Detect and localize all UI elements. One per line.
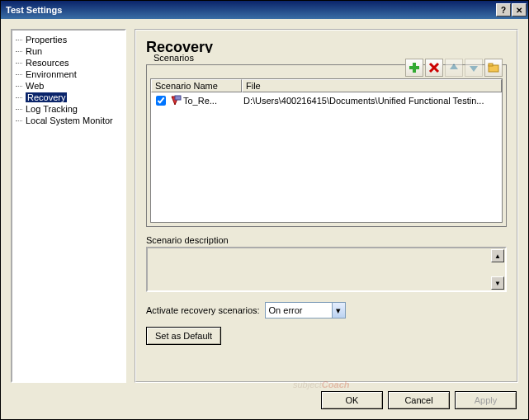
apply-button[interactable]: Apply [455, 391, 517, 409]
settings-window: Test Settings ? ✕ Properties Run Resourc… [0, 0, 529, 420]
set-default-row: Set as Default [146, 327, 507, 345]
add-scenario-button[interactable] [405, 59, 423, 77]
svg-rect-9 [175, 96, 181, 100]
ok-button[interactable]: OK [321, 391, 383, 409]
cell-file: D:\Users\400216415\Documents\Unified Fun… [243, 96, 500, 106]
properties-button[interactable] [484, 59, 503, 77]
scenarios-grid: Scenario Name File To_Re... D:\Users\400… [150, 78, 503, 223]
move-down-button[interactable] [465, 59, 483, 77]
scenarios-toolbar: Scenarios [150, 59, 503, 77]
set-default-button[interactable]: Set as Default [146, 327, 221, 345]
close-button[interactable]: ✕ [512, 3, 527, 17]
svg-marker-4 [450, 64, 458, 69]
activate-row: Activate recovery scenarios: On error ▾ [146, 302, 507, 319]
content-panel: Recovery Scenarios [135, 29, 518, 383]
activate-label: Activate recovery scenarios: [146, 305, 260, 315]
nav-tree: Properties Run Resources Environment Web… [11, 29, 126, 383]
arrow-up-icon [448, 62, 460, 73]
svg-rect-7 [489, 64, 493, 66]
tree-item-properties[interactable]: Properties [14, 34, 123, 45]
tree-item-web[interactable]: Web [14, 80, 123, 92]
grid-header: Scenario Name File [151, 79, 502, 92]
row-name-text: To_Re... [183, 96, 217, 106]
titlebar-buttons: ? ✕ [496, 3, 527, 17]
window-title: Test Settings [6, 5, 496, 15]
scenarios-group: Scenarios [146, 64, 507, 227]
activate-combo[interactable]: On error ▾ [265, 302, 346, 319]
scenarios-label: Scenarios [152, 53, 405, 63]
x-icon [428, 62, 440, 73]
cell-name: To_Re... [153, 93, 243, 108]
help-button[interactable]: ? [496, 3, 511, 17]
remove-scenario-button[interactable] [425, 59, 443, 77]
col-file[interactable]: File [242, 79, 502, 92]
col-scenario-name[interactable]: Scenario Name [151, 79, 242, 92]
chevron-down-icon: ▾ [332, 303, 345, 318]
recovery-scenario-icon [170, 95, 182, 106]
description-label: Scenario description [146, 235, 507, 245]
activate-value: On error [266, 305, 332, 315]
dialog-footer: OK Cancel Apply [1, 386, 528, 419]
svg-rect-1 [409, 66, 419, 69]
table-row[interactable]: To_Re... D:\Users\400216415\Documents\Un… [151, 92, 502, 109]
cancel-button[interactable]: Cancel [388, 391, 450, 409]
plus-icon [409, 62, 420, 73]
scroll-up-button[interactable]: ▲ [491, 249, 504, 262]
titlebar: Test Settings ? ✕ [1, 1, 528, 19]
tree-item-recovery[interactable]: Recovery [14, 92, 123, 103]
folder-icon [488, 62, 499, 73]
row-checkbox[interactable] [156, 96, 166, 106]
tree-item-local-system-monitor[interactable]: Local System Monitor [14, 115, 123, 126]
scroll-down-button[interactable]: ▼ [491, 276, 504, 290]
body: Properties Run Resources Environment Web… [1, 19, 528, 386]
description-box: ▲ ▼ [146, 247, 507, 292]
tree-item-environment[interactable]: Environment [14, 68, 123, 80]
tree-item-log-tracking[interactable]: Log Tracking [14, 103, 123, 115]
tree-item-run[interactable]: Run [14, 45, 123, 57]
tree-item-resources[interactable]: Resources [14, 57, 123, 68]
arrow-down-icon [468, 62, 479, 73]
move-up-button[interactable] [445, 59, 463, 77]
svg-marker-5 [470, 66, 478, 72]
